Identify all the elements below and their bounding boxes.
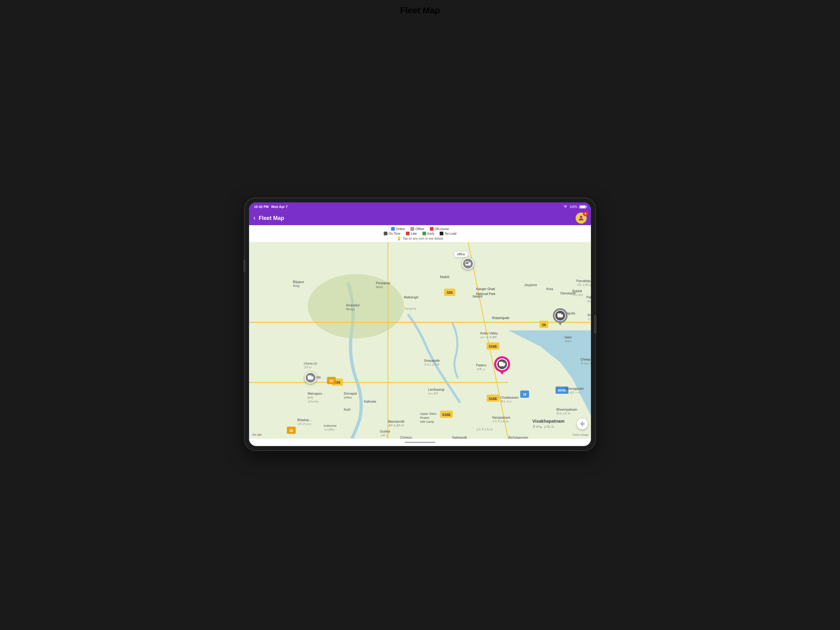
status-date: Wed Apr 7 <box>271 205 288 209</box>
svg-text:Palakonda: Palakonda <box>586 296 591 299</box>
hint-row: 💡 Tap on any icon to see details <box>396 236 444 241</box>
svg-text:నర్సీపట్నం: నర్సీపట్నం <box>476 428 493 431</box>
svg-text:Jeypore: Jeypore <box>524 283 537 287</box>
svg-text:Paderu: Paderu <box>476 364 487 367</box>
svg-text:Bobbili: Bobbili <box>573 290 582 293</box>
offcourse-dot <box>430 227 434 231</box>
svg-text:బొబ్బిలి: బొబ్బిలి <box>573 294 584 297</box>
svg-text:విశాఖపట్నం: విశాఖపట్నం <box>532 425 554 429</box>
svg-text:భీమపట్నం: భీమపట్నం <box>556 412 571 415</box>
svg-text:Sirasapalle: Sirasapalle <box>424 359 440 362</box>
svg-text:సిరాసపల్లి: సిరాసపల్లి <box>424 363 440 366</box>
svg-rect-119 <box>558 316 562 317</box>
svg-text:అరకు వ్యాలీ: అరకు వ్యాలీ <box>480 336 497 339</box>
svg-text:గుడిస: గుడిస <box>380 434 388 437</box>
svg-text:Atchutapuram: Atchutapuram <box>508 436 528 438</box>
copyright-text: ©2021 Google <box>573 434 589 436</box>
home-indicator <box>249 438 591 446</box>
svg-text:Vizianagaram: Vizianagaram <box>564 387 584 390</box>
marker-top[interactable]: offline <box>462 258 474 269</box>
svg-text:516E: 516E <box>489 397 497 400</box>
early-dot <box>422 232 426 235</box>
app-bar: ‹ Fleet Map 9 <box>249 211 591 225</box>
noload-dot <box>440 232 444 235</box>
svg-rect-113 <box>466 264 470 266</box>
svg-text:Boipariguda: Boipariguda <box>492 316 510 320</box>
svg-text:Visakhapatnam: Visakhapatnam <box>532 419 565 424</box>
late-dot <box>406 232 409 235</box>
offline-popup-top: offline <box>454 252 468 258</box>
legend-noload: No Load <box>440 232 456 235</box>
svg-text:కుకునూరు: కుకునూరు <box>324 428 335 431</box>
svg-rect-125 <box>500 365 505 366</box>
svg-text:National Park: National Park <box>476 292 496 296</box>
legend-offcourse: Off-course <box>430 227 449 231</box>
svg-text:Manuguru: Manuguru <box>308 392 322 395</box>
svg-rect-110 <box>469 263 471 265</box>
svg-text:Kanger Ghati: Kanger Ghati <box>476 287 495 291</box>
svg-text:26: 26 <box>542 323 546 327</box>
early-label: Early <box>427 232 434 235</box>
svg-rect-127 <box>311 377 313 379</box>
svg-text:Parvathipuram: Parvathipuram <box>576 279 591 283</box>
svg-text:30: 30 <box>329 379 333 383</box>
online-dot <box>391 227 395 231</box>
svg-text:Razam: Razam <box>587 313 591 317</box>
home-bar <box>405 442 435 443</box>
svg-rect-109 <box>466 262 468 264</box>
svg-text:పాలకొండ: పాలకొండ <box>586 300 591 303</box>
svg-text:Kalimela: Kalimela <box>364 400 376 403</box>
svg-rect-121 <box>499 361 503 365</box>
svg-text:बिजापुर: बिजापुर <box>293 285 300 288</box>
svg-text:Project: Project <box>420 416 429 419</box>
legend-online: Online <box>391 227 405 231</box>
svg-text:Site Camp: Site Camp <box>420 420 434 423</box>
status-right: 100% <box>563 204 586 209</box>
svg-text:మనుగూరు: మనుగూరు <box>308 400 319 403</box>
svg-text:పార్వతీపురం: పార్వతీపురం <box>576 283 591 287</box>
svg-text:Cherla (Z): Cherla (Z) <box>304 362 317 365</box>
legend-area: Online Offline Off-course On-Time <box>249 225 591 242</box>
svg-text:Mathili: Mathili <box>440 275 449 279</box>
svg-text:Chinturu: Chinturu <box>400 436 412 438</box>
svg-text:Bijapur: Bijapur <box>293 280 305 283</box>
lightbulb-icon: 💡 <box>396 236 401 241</box>
svg-text:చెర్ల: చెర్ల <box>304 366 312 369</box>
wifi-icon <box>563 204 568 209</box>
marker-left[interactable] <box>305 372 316 384</box>
svg-text:Cheepurupalli: Cheepurupalli <box>581 358 591 361</box>
battery-icon <box>579 205 586 209</box>
back-button[interactable]: ‹ <box>253 214 256 222</box>
svg-text:30: 30 <box>289 429 294 432</box>
profile-button[interactable]: 9 <box>576 212 587 224</box>
svg-rect-122 <box>503 362 505 365</box>
svg-text:(PT): (PT) <box>308 396 313 399</box>
legend-offline: Offline <box>411 227 424 231</box>
marker-center[interactable] <box>494 356 510 376</box>
late-label: Late <box>411 232 417 235</box>
svg-text:Maredumilli: Maredumilli <box>388 420 404 423</box>
svg-text:విజయనగరం: విజయనగరం <box>564 391 581 394</box>
page-title: Fleet Map <box>400 6 440 15</box>
locate-button[interactable] <box>577 418 588 429</box>
marker-right[interactable] <box>553 308 568 327</box>
svg-text:Upper Sileru: Upper Sileru <box>420 412 437 415</box>
svg-text:Kukunoor: Kukunoor <box>324 424 337 427</box>
svg-text:Chodavaram: Chodavaram <box>500 396 519 399</box>
svg-text:Kirandul: Kirandul <box>346 303 359 307</box>
offline-label: Offline <box>415 227 424 231</box>
svg-text:భద్రాచలం: భద్రాచలం <box>297 423 311 426</box>
svg-text:516E: 516E <box>489 344 497 348</box>
svg-text:మారేడుమిల్లి: మారేడుమిల్లి <box>388 424 404 427</box>
legend-late: Late <box>406 232 417 235</box>
map-container[interactable]: 326 326 516E 516E 516E 26 30 30 AH45 <box>249 242 591 438</box>
svg-text:Nakkapalli: Nakkapalli <box>452 436 467 438</box>
svg-rect-115 <box>557 313 561 317</box>
svg-point-1 <box>580 216 582 218</box>
svg-text:సాలూరు: సాలూరు <box>564 340 572 343</box>
home-button <box>594 315 597 334</box>
svg-text:Araku Valley: Araku Valley <box>480 332 498 335</box>
legend-ontime: On-Time <box>384 232 401 235</box>
legend-early: Early <box>422 232 434 235</box>
legend-row-2: On-Time Late Early No Load <box>384 232 456 235</box>
